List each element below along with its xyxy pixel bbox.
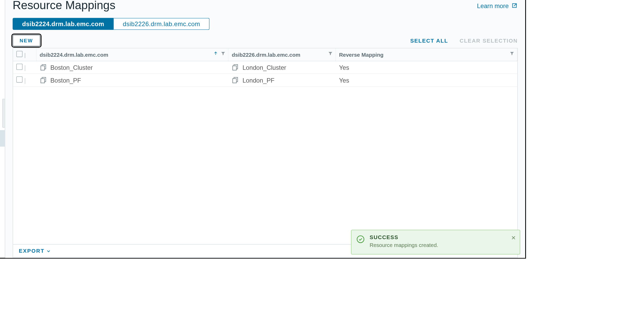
success-icon <box>356 235 365 245</box>
sidebar-item-storage-replication-adapters[interactable]: Storage Replication Ad… <box>0 64 5 80</box>
sort-up-icon[interactable] <box>213 51 218 56</box>
cell-value: Boston_Cluster <box>51 64 93 71</box>
filter-icon[interactable] <box>328 51 333 56</box>
resource-icon <box>232 77 239 84</box>
filter-icon[interactable] <box>509 51 514 56</box>
cell-value: Yes <box>335 61 517 74</box>
resource-icon <box>232 64 239 71</box>
svg-rect-16 <box>233 79 236 83</box>
toast-message: Resource mappings created. <box>369 242 514 248</box>
sidebar-item-storage-policy-mappings[interactable]: Storage Policy Mappings <box>0 147 5 163</box>
mappings-table: | dsib2224.drm.lab.emc.com dsib2226. <box>13 48 518 258</box>
sidebar-item-placeholder-datastores[interactable]: Placeholder Datastores <box>0 163 5 180</box>
svg-rect-14 <box>41 79 44 83</box>
table-row[interactable]: | Boston_PF London_PF Yes <box>13 74 517 87</box>
sidebar-resize-handle[interactable] <box>2 99 5 128</box>
close-icon[interactable]: × <box>511 233 516 242</box>
svg-rect-12 <box>233 66 236 70</box>
new-button[interactable]: NEW <box>13 35 40 46</box>
learn-more-link[interactable]: Learn more <box>477 2 518 9</box>
resource-icon <box>40 77 47 84</box>
cell-value: London_PF <box>243 77 275 84</box>
export-label: EXPORT <box>19 248 45 254</box>
sidebar-item-resource-mappings[interactable]: Resource Mappings <box>0 130 5 147</box>
clear-selection-action: CLEAR SELECTION <box>460 38 518 44</box>
filter-icon[interactable] <box>221 51 226 56</box>
col-header-secondary[interactable]: dsib2226.drm.lab.emc.com <box>228 48 335 61</box>
col-label: Reverse Mapping <box>339 51 384 58</box>
sidebar-item-summary[interactable]: Summary <box>0 0 5 13</box>
sidebar-item-array-based-replication[interactable]: Array Based Replicati… <box>0 48 5 64</box>
svg-rect-10 <box>41 66 44 70</box>
site-selector-tabs: dsib2224.drm.lab.emc.com dsib2226.drm.la… <box>13 18 518 30</box>
sidebar-item-permissions[interactable]: Permissions <box>0 196 5 213</box>
col-header-primary[interactable]: dsib2224.drm.lab.emc.com <box>36 48 228 61</box>
cell-value: London_Cluster <box>243 64 286 71</box>
success-toast: SUCCESS Resource mappings created. × <box>351 230 520 255</box>
select-all-action[interactable]: SELECT ALL <box>410 38 448 44</box>
row-checkbox[interactable] <box>16 64 23 70</box>
col-label: dsib2226.drm.lab.emc.com <box>232 51 300 58</box>
sidebar-item-array-pairs[interactable]: Array Pairs <box>0 80 5 97</box>
col-header-reverse[interactable]: Reverse Mapping <box>335 48 517 61</box>
col-label: dsib2224.drm.lab.emc.com <box>40 51 108 58</box>
chevron-down-icon <box>46 249 51 253</box>
toast-title: SUCCESS <box>369 234 514 241</box>
svg-point-17 <box>357 236 364 243</box>
sidebar: Summary Issues Configure Array Based Rep… <box>0 0 5 258</box>
page-title: Resource Mappings <box>13 0 115 12</box>
resource-icon <box>40 64 47 71</box>
site-tab-primary[interactable]: dsib2224.drm.lab.emc.com <box>13 18 114 30</box>
cell-value: Yes <box>335 74 517 87</box>
checkbox-select-all[interactable] <box>16 51 23 57</box>
main-panel: Resource Mappings Learn more dsib2224.dr… <box>5 0 525 258</box>
site-tab-secondary[interactable]: dsib2226.drm.lab.emc.com <box>114 18 210 30</box>
learn-more-label: Learn more <box>477 2 509 9</box>
sidebar-item-advanced-settings[interactable]: Advanced Settings <box>0 180 5 196</box>
external-link-icon <box>511 2 518 9</box>
sidebar-item-issues[interactable]: Issues <box>0 13 5 30</box>
table-row[interactable]: | Boston_Cluster London_Cluster Yes <box>13 61 517 74</box>
sidebar-item-configure[interactable]: Configure <box>0 30 5 48</box>
cell-value: Boston_PF <box>51 77 81 84</box>
row-checkbox[interactable] <box>16 77 23 83</box>
